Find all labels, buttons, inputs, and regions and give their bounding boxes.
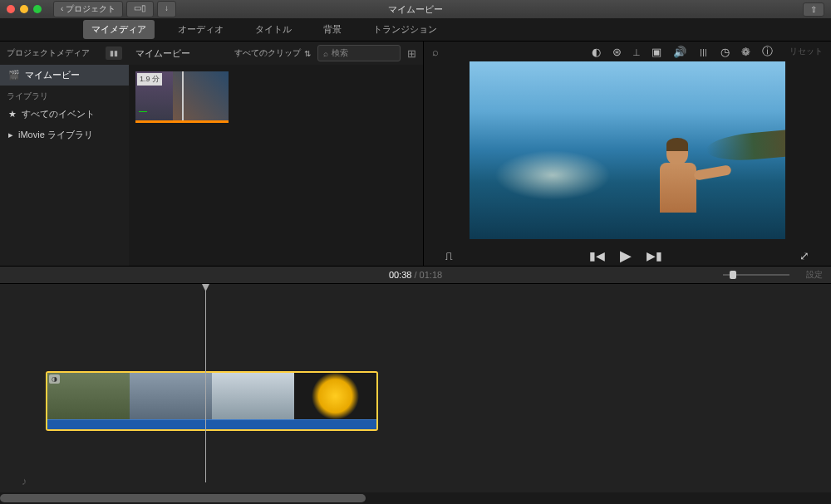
clip-frame <box>212 373 294 419</box>
scrollbar-thumb[interactable] <box>0 494 366 502</box>
equalizer-icon[interactable]: ⫼ <box>698 46 709 58</box>
sidebar-item-label: マイムービー <box>25 69 80 81</box>
fullscreen-icon[interactable]: ⤢ <box>799 249 809 262</box>
tab-transitions[interactable]: トランジション <box>365 20 445 39</box>
back-label: プロジェクト <box>66 4 116 13</box>
zoom-slider[interactable] <box>723 274 789 276</box>
color-balance-icon[interactable]: ◐ <box>592 46 601 58</box>
disclosure-icon: ▸ <box>8 130 13 140</box>
filmstrip-toggle-icon[interactable]: ▮▮ <box>106 46 122 60</box>
sidebar-category-library: ライブラリ <box>0 86 129 104</box>
speed-icon[interactable]: ◷ <box>720 46 730 58</box>
microphone-icon[interactable]: ⎍ <box>445 249 452 262</box>
playhead[interactable] <box>205 284 206 482</box>
titlebar: ‹ プロジェクト ▭▯ ↓ マイムービー ⇧ <box>0 0 831 18</box>
zoom-window[interactable] <box>33 5 42 13</box>
filter-icon[interactable]: ❁ <box>741 46 750 58</box>
video-clip[interactable]: ◑ <box>46 371 378 431</box>
favorite-marker: — <box>139 106 147 115</box>
effect-tag: ◑ <box>49 374 60 384</box>
volume-icon[interactable]: 🔊 <box>673 46 686 58</box>
settings-label[interactable]: 設定 <box>806 269 823 281</box>
browser-title: マイムービー <box>135 47 190 60</box>
media-browser: マイムービー すべてのクリップ ⇅ ⌕ 検索 ⊞ 1.9 分 — <box>129 42 423 266</box>
clips-filter-label: すべてのクリップ <box>234 47 301 59</box>
clip-thumbnail[interactable]: 1.9 分 — <box>135 71 229 123</box>
sidebar-item-mymovie[interactable]: 🎬 マイムービー <box>0 65 129 86</box>
sidebar-item-label: iMovie ライブラリ <box>18 129 93 141</box>
media-tabs: マイメディア オーディオ タイトル 背景 トランジション <box>0 18 831 42</box>
timeline[interactable]: ◑ ♪ <box>0 284 831 504</box>
stabilize-icon[interactable]: ▣ <box>652 46 661 58</box>
clip-frame: ◑ <box>47 373 130 419</box>
close-window[interactable] <box>7 5 15 13</box>
horizontal-scrollbar[interactable] <box>0 492 831 504</box>
minimize-window[interactable] <box>20 5 28 13</box>
tab-titles[interactable]: タイトル <box>247 20 300 39</box>
filmstrip-settings-icon[interactable]: ⊞ <box>407 47 416 60</box>
inspector-toolbar: ⌕ ◐ ⊛ ⟂ ▣ 🔊 ⫼ ◷ ❁ ⓘ リセット <box>424 42 831 61</box>
info-icon[interactable]: ⓘ <box>762 44 773 59</box>
total-duration: 01:18 <box>420 270 443 280</box>
sidebar: プロジェクトメディア ▮▮ 🎬 マイムービー ライブラリ ★ すべてのイベント … <box>0 42 129 266</box>
audio-waveform[interactable] <box>47 419 376 431</box>
playback-controls: ⎍ ▮◀ ▶ ▶▮ ⤢ <box>424 246 831 266</box>
magnifier-icon[interactable]: ⌕ <box>432 46 439 58</box>
next-button[interactable]: ▶▮ <box>647 249 662 262</box>
play-button[interactable]: ▶ <box>620 247 632 265</box>
current-time: 00:38 <box>389 270 412 280</box>
timecode-bar: 00:38 / 01:18 設定 <box>0 266 831 284</box>
search-icon: ⌕ <box>323 49 328 58</box>
crop-icon[interactable]: ⟂ <box>633 46 640 58</box>
search-placeholder: 検索 <box>332 47 348 59</box>
sidebar-item-imovielib[interactable]: ▸ iMovie ライブラリ <box>0 125 129 145</box>
import-button[interactable]: ↓ <box>157 1 176 17</box>
sidebar-header: プロジェクトメディア <box>7 47 90 59</box>
layout-button[interactable]: ▭▯ <box>126 1 154 17</box>
clip-frame <box>130 373 212 419</box>
clip-frame <box>294 373 376 419</box>
tab-mymedia[interactable]: マイメディア <box>83 20 155 39</box>
chevron-updown-icon: ⇅ <box>304 49 311 58</box>
window-title: マイムービー <box>388 3 443 16</box>
reset-button[interactable]: リセット <box>789 46 823 57</box>
search-input[interactable]: ⌕ 検索 <box>317 45 401 61</box>
music-track-icon[interactable]: ♪ <box>22 475 27 487</box>
color-correct-icon[interactable]: ⊛ <box>612 46 622 58</box>
clapperboard-icon: 🎬 <box>8 70 20 81</box>
time-separator: / <box>411 270 419 280</box>
tab-audio[interactable]: オーディオ <box>170 20 232 39</box>
zoom-thumb[interactable] <box>730 271 736 279</box>
sidebar-item-allevents[interactable]: ★ すべてのイベント <box>0 104 129 125</box>
prev-button[interactable]: ▮◀ <box>589 249 605 262</box>
tab-backgrounds[interactable]: 背景 <box>315 20 350 39</box>
share-button[interactable]: ⇧ <box>803 2 824 17</box>
clip-duration: 1.9 分 <box>137 73 162 86</box>
preview-viewer[interactable] <box>424 61 831 246</box>
clips-filter-dropdown[interactable]: すべてのクリップ ⇅ <box>234 47 311 59</box>
star-icon: ★ <box>8 109 17 120</box>
back-button[interactable]: ‹ プロジェクト <box>53 1 123 17</box>
sidebar-item-label: すべてのイベント <box>22 108 95 120</box>
preview-frame <box>470 61 785 239</box>
